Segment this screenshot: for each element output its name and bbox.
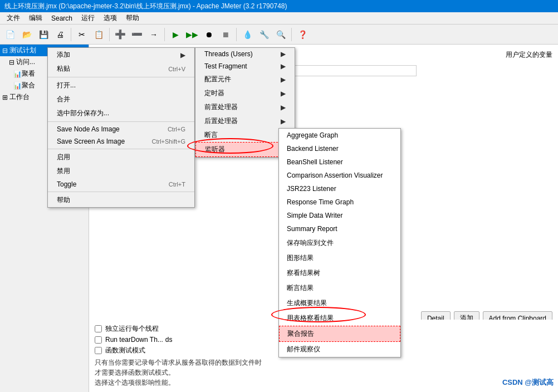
toolbar: 📄 📂 💾 🖨 ✂ 📋 ➕ ➖ → ▶ ▶▶ ⏺ ⏹ 💧 🔧 🔍 ❓: [0, 24, 558, 45]
ctx3-view-results-tree[interactable]: 察看结果树: [279, 266, 400, 281]
toolbar-remove[interactable]: ➖: [129, 27, 145, 42]
menu-bar: 文件 编辑 Search 运行 选项 帮助: [0, 12, 558, 24]
checkbox-2-extra: ds: [165, 336, 173, 344]
menu-edit[interactable]: 编辑: [25, 12, 47, 24]
ctx2-timer[interactable]: 定时器 ▶: [195, 86, 295, 100]
ctx3-generate-summary-label: 生成概要结果: [287, 299, 327, 307]
ctx3-beanshell-listener-label: BeanShell Listener: [287, 158, 343, 166]
ctx3-graph-result-label: 图形结果: [287, 254, 314, 262]
ctx2-threads[interactable]: Threads (Users) ▶: [195, 48, 295, 60]
menu-search[interactable]: Search: [47, 13, 77, 23]
ctx3-simple-data-writer[interactable]: Simple Data Writer: [279, 209, 400, 222]
toolbar-settings[interactable]: 🔧: [256, 27, 272, 42]
toolbar-print[interactable]: 🖨: [52, 27, 68, 42]
tree-item-label: 聚合: [22, 81, 35, 90]
ctx2-timer-label: 定时器: [204, 89, 281, 98]
ctx3-save-response[interactable]: 保存响应到文件: [279, 236, 400, 251]
ctx3-response-time-graph-label: Response Time Graph: [287, 198, 354, 206]
toolbar-copy[interactable]: 📋: [91, 27, 106, 42]
ctx2-fragment-arrow: ▶: [281, 62, 286, 70]
ctx-sep-4: [48, 192, 194, 192]
ctx2-fragment[interactable]: Test Fragment ▶: [195, 60, 295, 72]
ctx2-config-label: 配置元件: [204, 75, 281, 84]
tree-item-label: 测试计划: [9, 46, 36, 55]
menu-options[interactable]: 选项: [99, 12, 121, 24]
checkbox-1-label: 独立运行每个线程: [105, 324, 159, 334]
ctx-save-node[interactable]: Save Node As Image Ctrl+G: [48, 123, 194, 135]
ctx-save-screen[interactable]: Save Screen As Image Ctrl+Shift+G: [48, 135, 194, 148]
ctx-save-node-shortcut: Ctrl+G: [168, 126, 185, 133]
toolbar-sep-1: [71, 28, 71, 41]
ctx-disable-label: 禁用: [57, 166, 185, 176]
watermark-text: CSDN @测试高: [502, 378, 554, 386]
ctx-sep-2: [48, 121, 194, 122]
toolbar-clear[interactable]: 💧: [239, 27, 255, 42]
toolbar-save[interactable]: 💾: [36, 27, 51, 42]
ctx3-assertion-results-label: 断言结果: [287, 284, 314, 292]
ctx3-summary-report[interactable]: Summary Report: [279, 222, 400, 236]
tree-item-label: 访问...: [16, 57, 35, 67]
ctx3-aggregate-graph-label: Aggregate Graph: [287, 131, 338, 139]
ctx3-response-time-graph[interactable]: Response Time Graph: [279, 195, 400, 209]
ctx3-jsr223-listener[interactable]: JSR223 Listener: [279, 182, 400, 195]
toolbar-run-all[interactable]: ▶▶: [184, 27, 200, 42]
ctx-save-partial[interactable]: 选中部分保存为...: [48, 106, 194, 120]
ctx3-beanshell-listener[interactable]: BeanShell Listener: [279, 155, 400, 169]
toolbar-stop[interactable]: ⏹: [218, 27, 233, 42]
toolbar-search[interactable]: 🔍: [273, 27, 288, 42]
ctx3-generate-summary[interactable]: 生成概要结果: [279, 296, 400, 311]
toolbar-run[interactable]: ▶: [168, 27, 183, 42]
ctx3-save-response-label: 保存响应到文件: [287, 239, 334, 247]
ctx3-backend-listener[interactable]: Backend Listener: [279, 142, 400, 155]
ctx3-mail-visualizer[interactable]: 邮件观察仪: [279, 342, 400, 357]
ctx3-comparison-assertion[interactable]: Comparison Assertion Visualizer: [279, 169, 400, 182]
toolbar-new[interactable]: 📄: [2, 27, 18, 42]
toolbar-sep-4: [236, 28, 237, 41]
ctx-open-label: 打开...: [57, 81, 185, 90]
ctx2-pre-processor[interactable]: 前置处理器 ▶: [195, 100, 295, 114]
description-text: 只有当你需要记录每个请求从服务器取得的数据到文件时 才需要选择函数测试模式。 选…: [95, 357, 552, 388]
checkbox-func-test[interactable]: [95, 347, 102, 354]
aggregate-icon: 📊: [13, 82, 22, 90]
context-menu-main: 添加 ▶ 粘贴 Ctrl+V 打开... 合并 选中部分保存为... Save …: [47, 47, 195, 208]
menu-run[interactable]: 运行: [77, 12, 99, 24]
toolbar-cut[interactable]: ✂: [74, 27, 90, 42]
ctx-toggle-label: Toggle: [57, 180, 158, 188]
toolbar-record[interactable]: ⏺: [201, 27, 217, 42]
ctx-disable[interactable]: 禁用: [48, 164, 194, 178]
checkbox-2-label: Run tearDown Th...: [105, 336, 163, 344]
ctx-add[interactable]: 添加 ▶: [48, 48, 194, 62]
ctx-sep-1: [48, 77, 194, 77]
ctx-enable[interactable]: 启用: [48, 150, 194, 164]
ctx3-aggregate-graph[interactable]: Aggregate Graph: [279, 129, 400, 142]
ctx2-listener-label: 监听器: [205, 145, 280, 154]
ctx-paste[interactable]: 粘贴 Ctrl+V: [48, 62, 194, 76]
ctx2-post-label: 后置处理器: [204, 116, 281, 126]
ctx-open[interactable]: 打开...: [48, 79, 194, 92]
toolbar-help[interactable]: ❓: [295, 27, 310, 42]
ctx2-post-processor[interactable]: 后置处理器 ▶: [195, 114, 295, 128]
toolbar-add[interactable]: ➕: [112, 27, 128, 42]
ctx-save-node-label: Save Node As Image: [57, 125, 156, 133]
ctx3-view-results-table[interactable]: 用表格察看结果: [279, 311, 400, 326]
ctx2-config[interactable]: 配置元件 ▶: [195, 72, 295, 86]
ctx3-aggregate-report[interactable]: 聚合报告: [279, 326, 400, 342]
ctx-toggle[interactable]: Toggle Ctrl+T: [48, 178, 194, 190]
ctx-merge-label: 合并: [57, 95, 185, 104]
checkbox-teardown[interactable]: [95, 336, 102, 344]
ctx-merge[interactable]: 合并: [48, 92, 194, 106]
ctx3-assertion-results[interactable]: 断言结果: [279, 281, 400, 296]
checkbox-3-label: 函数测试模式: [105, 346, 145, 355]
ctx3-graph-result[interactable]: 图形结果: [279, 251, 400, 266]
title-text: 线上环境压测.jmx (D:\apache-jmeter-3.2\bin\线上环…: [4, 2, 287, 11]
ctx2-pre-label: 前置处理器: [204, 102, 281, 112]
checkbox-independent[interactable]: [95, 325, 102, 332]
menu-help[interactable]: 帮助: [121, 12, 144, 24]
ctx3-backend-listener-label: Backend Listener: [287, 145, 339, 153]
menu-file[interactable]: 文件: [2, 12, 25, 24]
ctx-help[interactable]: 帮助: [48, 193, 194, 207]
toolbar-nav[interactable]: →: [146, 27, 161, 42]
toolbar-open[interactable]: 📂: [19, 27, 35, 42]
ctx3-simple-data-writer-label: Simple Data Writer: [287, 212, 342, 219]
ctx-help-label: 帮助: [57, 195, 185, 205]
